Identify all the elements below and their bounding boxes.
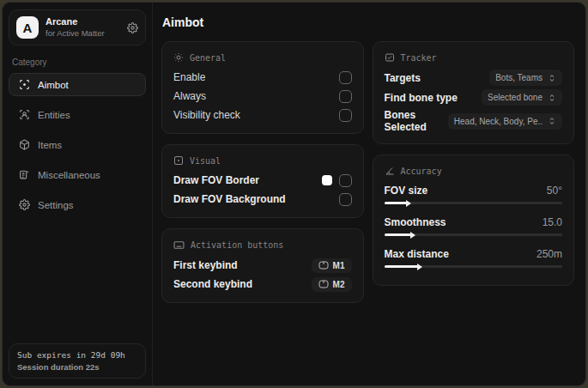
draw-fov-border-checkbox[interactable] — [339, 174, 352, 187]
keyboard-icon — [173, 239, 185, 251]
select-value: Selected bone — [488, 93, 543, 102]
chevrons-up-down-icon — [548, 117, 556, 125]
setting-label: Draw FOV Border — [173, 174, 259, 186]
brand-logo: A — [16, 16, 39, 39]
always-checkbox[interactable] — [339, 90, 352, 103]
card-header-label: Visual — [190, 156, 221, 166]
enable-checkbox[interactable] — [339, 71, 352, 84]
cube-icon — [18, 139, 30, 150]
sidebar-item-entities[interactable]: Entities — [9, 103, 146, 126]
entities-icon — [18, 109, 30, 120]
main-content: Aimbot General Enable Alw — [153, 3, 585, 385]
card-header-label: Accuracy — [401, 167, 442, 176]
app-window: A Arcane for Active Matter Category Aimb… — [2, 2, 586, 386]
setting-label: Smoothness — [385, 216, 446, 228]
sub-expires-text: Sub expires in 29d 09h — [17, 350, 137, 360]
tracker-icon — [385, 52, 395, 63]
slider-value: 50° — [547, 185, 562, 197]
sidebar-item-items[interactable]: Items — [9, 133, 146, 156]
gear-icon — [127, 22, 138, 33]
setting-label: Targets — [385, 72, 421, 84]
setting-label: Find bone type — [385, 92, 458, 104]
sidebar: A Arcane for Active Matter Category Aimb… — [3, 3, 153, 385]
setting-label: First keybind — [173, 259, 238, 271]
chevrons-up-down-icon — [548, 74, 556, 82]
angle-icon — [385, 166, 395, 176]
tracker-card-header: Tracker — [385, 52, 563, 63]
setting-row-draw-fov-background: Draw FOV Background — [173, 190, 352, 209]
draw-fov-background-checkbox[interactable] — [339, 193, 352, 206]
sidebar-item-label: Entities — [38, 110, 70, 120]
sidebar-item-settings[interactable]: Settings — [9, 193, 146, 216]
slider-thumb[interactable] — [410, 232, 415, 239]
setting-row-always: Always — [173, 87, 352, 106]
setting-row-max-distance: Max distance 250m — [385, 245, 563, 268]
max-distance-slider[interactable] — [385, 265, 563, 268]
general-card-header: General — [173, 52, 352, 63]
slider-fill — [385, 202, 408, 204]
sidebar-item-label: Settings — [38, 200, 74, 210]
targets-select[interactable]: Bots, Teams — [489, 70, 562, 86]
bones-selected-select[interactable]: Head, Neck, Body, Pe.. — [448, 113, 562, 130]
view-icon — [173, 155, 184, 166]
sidebar-item-label: Items — [38, 140, 62, 150]
setting-row-visibility-check: Visibility check — [173, 106, 352, 124]
setting-row-second-keybind: Second keybind M2 — [173, 275, 352, 294]
activation-buttons-card: Activation buttons First keybind M1 Seco… — [161, 228, 364, 303]
card-header-label: Activation buttons — [191, 240, 283, 250]
sun-icon — [173, 52, 184, 63]
gear-icon — [18, 199, 30, 210]
sidebar-item-label: Miscellaneous — [38, 170, 100, 180]
category-label: Category — [12, 58, 146, 67]
first-keybind-button[interactable]: M1 — [312, 258, 352, 273]
setting-label: Max distance — [385, 248, 449, 260]
keybind-value: M1 — [333, 261, 345, 270]
card-header-label: General — [190, 53, 226, 63]
fov-border-color-swatch[interactable] — [322, 175, 332, 185]
setting-row-first-keybind: First keybind M1 — [173, 256, 352, 275]
sidebar-item-label: Aimbot — [38, 80, 69, 90]
second-keybind-button[interactable]: M2 — [312, 277, 352, 292]
select-value: Bots, Teams — [495, 73, 543, 82]
smoothness-slider[interactable] — [385, 233, 563, 236]
brand-subtitle: for Active Matter — [45, 28, 120, 39]
visual-card-header: Visual — [173, 155, 352, 166]
setting-label: Draw FOV Background — [173, 193, 286, 205]
accuracy-card-header: Accuracy — [385, 166, 563, 176]
slider-thumb[interactable] — [406, 200, 411, 207]
slider-thumb[interactable] — [417, 264, 422, 270]
sidebar-item-miscellaneous[interactable]: Miscellaneous — [9, 163, 146, 186]
setting-row-fov-size: FOV size 50° — [385, 181, 563, 204]
left-column: General Enable Always Visibility check — [161, 41, 364, 303]
sidebar-nav: Aimbot Entities Items Miscellaneous — [9, 73, 146, 216]
activation-card-header: Activation buttons — [173, 239, 352, 251]
fov-size-slider[interactable] — [385, 202, 563, 204]
mouse-icon — [318, 280, 329, 288]
brand-text: Arcane for Active Matter — [45, 16, 120, 39]
setting-row-smoothness: Smoothness 15.0 — [385, 213, 563, 236]
accuracy-card: Accuracy FOV size 50° — [373, 155, 575, 286]
find-bone-type-select[interactable]: Selected bone — [482, 89, 562, 106]
setting-row-targets: Targets Bots, Teams — [385, 68, 563, 88]
scan-icon — [18, 79, 30, 90]
brand-name: Arcane — [45, 16, 120, 28]
setting-label: Second keybind — [173, 278, 252, 290]
right-column: Tracker Targets Bots, Teams Find bone ty… — [373, 41, 575, 303]
keybind-value: M2 — [333, 280, 345, 289]
slider-fill — [385, 233, 411, 236]
page-title: Aimbot — [162, 15, 574, 29]
subscription-card: Sub expires in 29d 09h Session duration … — [9, 343, 146, 379]
setting-row-enable: Enable — [173, 68, 352, 87]
setting-label: Bones Selected — [385, 109, 448, 133]
brand-card: A Arcane for Active Matter — [9, 9, 146, 45]
select-value: Head, Neck, Body, Pe.. — [454, 117, 543, 126]
setting-row-find-bone-type: Find bone type Selected bone — [385, 88, 563, 107]
visual-card: Visual Draw FOV Border Draw FOV Backgrou… — [161, 144, 364, 218]
sidebar-item-aimbot[interactable]: Aimbot — [9, 73, 146, 96]
general-card: General Enable Always Visibility check — [161, 41, 364, 134]
visibility-check-checkbox[interactable] — [339, 109, 352, 122]
slider-value: 250m — [536, 248, 562, 260]
brand-settings-button[interactable] — [127, 22, 138, 33]
tracker-card: Tracker Targets Bots, Teams Find bone ty… — [373, 41, 575, 144]
setting-row-draw-fov-border: Draw FOV Border — [173, 171, 352, 190]
